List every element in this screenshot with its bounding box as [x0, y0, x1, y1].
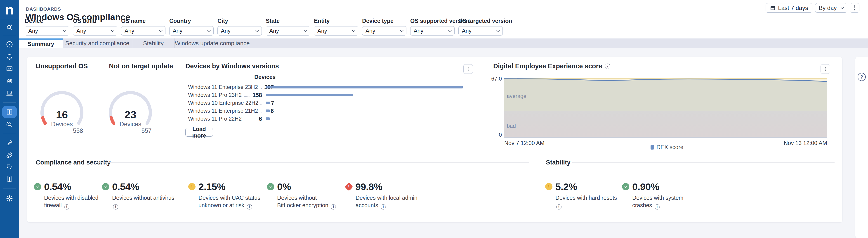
app-logo[interactable]: n — [0, 0, 19, 19]
bar[interactable] — [266, 110, 270, 112]
sidebar: n — [0, 0, 19, 238]
legend-swatch — [651, 145, 654, 150]
bar[interactable] — [266, 94, 353, 96]
filter-label: OS build — [73, 18, 118, 24]
info-icon[interactable]: i — [605, 64, 610, 69]
status-good-icon — [622, 183, 629, 190]
kpi-label: Devices with local admin accounts — [355, 195, 417, 208]
engage-chat-icon[interactable] — [6, 163, 13, 171]
filter-label: Country — [169, 18, 215, 24]
breadcrumb[interactable]: DASHBOARDS — [26, 6, 61, 12]
chevron-down-icon — [111, 29, 115, 32]
load-more-button[interactable]: Load more — [185, 128, 213, 137]
filter-os-supported-version-select[interactable]: Any — [410, 26, 455, 35]
automation-robot-arm-icon[interactable] — [6, 139, 13, 146]
library-book-icon[interactable] — [6, 175, 13, 183]
kpi-value: 0.54% — [44, 181, 71, 192]
chevron-down-icon — [255, 29, 259, 32]
gauge-value: 23 — [108, 109, 153, 120]
kpi-disabled-firewall: 0.54% Devices with disabled firewall i — [34, 181, 106, 209]
devices-icon[interactable] — [6, 89, 13, 97]
bar-row-win11-ent-21h2[interactable]: Windows 11 Enterprise 21H2 6 — [188, 108, 262, 114]
kpi-value: 0.90% — [632, 181, 659, 192]
adoption-rocket-icon[interactable] — [6, 151, 13, 159]
chevron-down-icon — [448, 29, 452, 32]
filter-os-build: OS build Any — [73, 18, 118, 35]
bar[interactable] — [266, 117, 270, 120]
filter-os-targeted-version-select[interactable]: Any — [458, 26, 503, 35]
filter-os-name-select[interactable]: Any — [121, 26, 165, 35]
info-icon[interactable]: i — [113, 204, 118, 209]
tab-security-and-compliance[interactable]: Security and compliance — [63, 38, 132, 48]
filter-os-build-select[interactable]: Any — [73, 26, 117, 35]
compass-icon[interactable] — [6, 40, 13, 48]
monitoring-icon[interactable] — [6, 65, 13, 72]
chevron-down-icon — [207, 29, 211, 32]
sidebar-divider — [3, 188, 16, 188]
info-icon[interactable]: i — [64, 204, 69, 209]
kpi-system-crashes: 0.90% Devices with system crashes i — [622, 181, 694, 209]
filter-entity: Entity Any — [314, 18, 359, 35]
x-tick-start: Nov 7 12:00 AM — [504, 140, 545, 146]
tab-stability[interactable]: Stability — [132, 38, 175, 48]
status-critical-icon: ! — [344, 182, 353, 191]
dex-panel-kebab-menu-button[interactable] — [820, 64, 830, 74]
investigations-radar-icon[interactable] — [6, 120, 13, 128]
workforce-icon[interactable] — [6, 77, 13, 85]
filter-os-name: OS name Any — [121, 18, 166, 35]
info-icon[interactable]: i — [247, 204, 252, 209]
filter-label: OS name — [121, 18, 166, 24]
dotted-leader — [260, 88, 262, 89]
tab-windows-update-compliance[interactable]: Windows update compliance — [175, 38, 250, 48]
bar-value: 6 — [252, 116, 262, 122]
filter-device-type-select[interactable]: Any — [362, 26, 406, 35]
dotted-leader — [244, 120, 250, 120]
bar-label: Windows 11 Enterprise 23H2 — [188, 84, 258, 90]
info-icon[interactable]: i — [331, 204, 336, 209]
filter-label: Device type — [362, 18, 407, 24]
gauge-unit: Devices — [39, 121, 85, 128]
bar-row-win11-ent-23h2[interactable]: Windows 11 Enterprise 23H2 357 — [188, 84, 262, 90]
interval-select[interactable]: By day — [815, 3, 847, 13]
filter-value: Any — [221, 28, 230, 34]
bar-row-win11-pro-23h2[interactable]: Windows 11 Pro 23H2 158 — [188, 92, 262, 98]
tab-summary[interactable]: Summary — [19, 38, 63, 48]
filter-label: Entity — [314, 18, 359, 24]
help-rail: ? — [855, 57, 868, 238]
filter-country-select[interactable]: Any — [169, 26, 214, 35]
legend-dex-score[interactable]: DEX score — [651, 144, 683, 150]
sidebar-divider — [3, 102, 16, 102]
bar[interactable] — [266, 86, 463, 88]
ai-search-icon[interactable] — [6, 23, 13, 31]
status-good-icon — [102, 183, 109, 190]
kpi-value: 0.54% — [112, 181, 139, 192]
filter-entity-select[interactable]: Any — [314, 26, 358, 35]
x-tick-end: Nov 13 12:00 AM — [769, 140, 827, 146]
y-axis-min-label: 0 — [483, 132, 502, 138]
dashboard-kebab-menu-button[interactable] — [850, 3, 860, 13]
filter-state-select[interactable]: Any — [266, 26, 310, 35]
info-icon[interactable]: i — [655, 204, 660, 209]
help-button[interactable]: ? — [858, 73, 866, 81]
info-icon[interactable]: i — [381, 204, 386, 209]
dex-score-chart: average bad — [504, 78, 827, 137]
bar-row-win11-pro-22h2[interactable]: Windows 11 Pro 22H2 6 — [188, 115, 262, 122]
section-divider — [572, 162, 835, 163]
summary-card: Unsupported OS Not on target update 16 D… — [27, 57, 842, 222]
info-icon[interactable]: i — [556, 204, 561, 209]
zone-label-average: average — [507, 93, 526, 99]
unsupported-os-title: Unsupported OS — [36, 62, 88, 70]
settings-gear-icon[interactable] — [6, 195, 13, 202]
chevron-down-icon — [304, 29, 307, 32]
filter-device-select[interactable]: Any — [25, 26, 69, 35]
bar-row-win10-ent-22h2[interactable]: Windows 10 Enterprise 22H2 7 — [188, 99, 262, 106]
bell-icon[interactable] — [6, 53, 13, 60]
kpi-hard-resets: ! 5.2% Devices with hard resets i — [545, 181, 618, 209]
time-range-button[interactable]: Last 7 days — [766, 3, 812, 13]
chevron-down-icon — [352, 29, 355, 32]
filter-city-select[interactable]: Any — [217, 26, 262, 35]
bar-label: Windows 11 Pro 22H2 — [188, 116, 242, 122]
bar[interactable] — [266, 101, 270, 104]
bar-panel-kebab-menu-button[interactable] — [463, 64, 473, 74]
dashboards-grid-icon[interactable] — [6, 108, 13, 116]
